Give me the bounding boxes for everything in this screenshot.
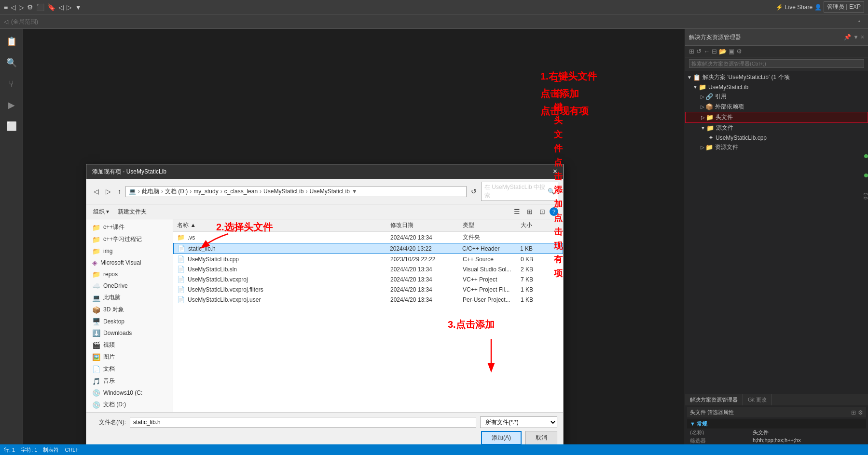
tree-project[interactable]: ▼ 📁 UseMyStaticLib	[685, 82, 868, 92]
tree-header-files[interactable]: ▷ 📁 头文件	[685, 112, 868, 123]
sidebar-item-ms-visual[interactable]: ◈ Microsoft Visual	[86, 257, 173, 268]
se-close-icon[interactable]: ×	[861, 34, 864, 40]
se-tool-3[interactable]: ←	[703, 48, 710, 55]
global-search-input[interactable]	[11, 18, 854, 25]
prop-icon-2[interactable]: ⚙	[858, 409, 863, 416]
col-size[interactable]: 大小	[521, 221, 559, 229]
tree-source-files[interactable]: ▼ 📁 源文件	[685, 123, 868, 133]
col-date[interactable]: 修改日期	[390, 221, 463, 229]
dialog-sidebar: 📁 c++课件 📁 c++学习过程记 📁 img ◈ Microsoft Vis…	[86, 219, 173, 412]
sidebar-item-music[interactable]: 🎵 音乐	[86, 375, 173, 387]
se-arrow-icon[interactable]: ▼	[853, 34, 859, 40]
prop-icon-1[interactable]: ⊞	[851, 409, 856, 416]
ref-arrow: ▷	[701, 94, 704, 99]
toolbar-icon-7[interactable]: ◁	[58, 3, 64, 11]
sidebar-item-repos[interactable]: 📁 repos	[86, 268, 173, 280]
toolbar-icon-5[interactable]: ⬛	[36, 3, 44, 11]
sidebar-item-videos[interactable]: 🎬 视频	[86, 339, 173, 351]
res-folder-icon: 📁	[705, 144, 713, 151]
sidebar-item-disk-d[interactable]: 💿 文档 (D:)	[86, 399, 173, 411]
back-arrow-icon[interactable]: ◁	[4, 18, 8, 25]
tree-solution[interactable]: ▼ 📋 解决方案 'UseMyStaticLib' (1 个项	[685, 72, 868, 82]
tree-resource-files[interactable]: ▷ 📁 资源文件	[685, 142, 868, 152]
vertical-label: 0.0	[863, 193, 868, 200]
sidebar-item-cppkejian[interactable]: 📁 c++课件	[86, 221, 173, 233]
activity-git[interactable]: ⑂	[3, 75, 20, 93]
help-button[interactable]: ?	[550, 207, 558, 216]
view-list-button[interactable]: ☰	[511, 206, 523, 217]
activity-explorer[interactable]: 📋	[3, 33, 20, 50]
cancel-button[interactable]: 取消	[525, 431, 557, 445]
nav-up-button[interactable]: ↑	[115, 186, 124, 197]
sidebar-item-cpplearn[interactable]: 📁 c++学习过程记	[86, 233, 173, 245]
organize-button[interactable]: 组织 ▾	[91, 207, 111, 217]
filename-input[interactable]	[130, 417, 476, 428]
se-search-input[interactable]	[689, 59, 864, 68]
sidebar-item-docs[interactable]: 📄 文档	[86, 363, 173, 375]
activity-debug[interactable]: ▶	[3, 96, 20, 114]
file-row-usemystatic-filters[interactable]: 📄UseMyStaticLib.vcxproj.filters 2024/4/2…	[173, 284, 563, 294]
file-row-static-lib-h[interactable]: 📄static_lib.h 2024/4/20 13:22 C/C++ Head…	[173, 243, 563, 254]
nav-refresh-button[interactable]: ↺	[468, 186, 479, 197]
toolbar-icon-9[interactable]: ▼	[75, 3, 82, 11]
sidebar-item-thispc[interactable]: 💻 此电脑	[86, 292, 173, 304]
view-tiles-button[interactable]: ⊡	[537, 206, 548, 217]
sidebar-item-desktop[interactable]: 🖥️ Desktop	[86, 316, 173, 327]
activity-extensions[interactable]: ⬜	[3, 118, 20, 135]
col-name[interactable]: 名称 ▲	[177, 221, 390, 229]
dialog-buttons: 添加(A) 取消	[92, 431, 557, 445]
sln-icon: 📄	[177, 266, 185, 273]
se-tool-2[interactable]: ↺	[696, 48, 702, 55]
sidebar-item-pictures[interactable]: 🖼️ 图片	[86, 351, 173, 363]
file-row-usemystatic-cpp[interactable]: 📄UseMyStaticLib.cpp 2023/10/29 22:22 C++…	[173, 254, 563, 264]
col-type[interactable]: 类型	[463, 221, 521, 229]
dialog-search-box[interactable]: 在 UseMyStaticLib 中搜索 🔍	[481, 182, 558, 201]
live-share-button[interactable]: ⚡ Live Share 👤	[776, 4, 822, 11]
dialog-close-button[interactable]: ×	[553, 167, 557, 176]
tree-references[interactable]: ▷ 🔗 引用	[685, 92, 868, 102]
file-row-vs[interactable]: 📁.vs 2024/4/20 13:34 文件夹	[173, 232, 563, 243]
nav-forward-button[interactable]: ▷	[103, 186, 113, 197]
sidebar-item-win10[interactable]: 💿 Windows10 (C:	[86, 387, 173, 399]
live-share-icon: ⚡	[776, 4, 783, 11]
toolbar-icon-8[interactable]: ▷	[67, 3, 72, 11]
toolbar-icon-6[interactable]: 🔖	[47, 3, 55, 11]
sidebar-item-3d[interactable]: 📦 3D 对象	[86, 304, 173, 316]
breadcrumb-bar[interactable]: 💻 › 此电脑 › 文档 (D:) › my_study › c_class_l…	[125, 186, 467, 197]
sidebar-item-onedrive[interactable]: ☁️ OneDrive	[86, 280, 173, 292]
sidebar-item-downloads[interactable]: ⬇️ Downloads	[86, 327, 173, 339]
file-row-usemystatic-vcxproj[interactable]: 📄UseMyStaticLib.vcxproj 2024/4/20 13:34 …	[173, 274, 563, 284]
file-row-usemystatic-sln[interactable]: 📄UseMyStaticLib.sln 2024/4/20 13:34 Visu…	[173, 264, 563, 274]
filename-label: 文件名(N):	[92, 418, 126, 427]
tree-external-deps[interactable]: ▷ 📦 外部依赖项	[685, 102, 868, 112]
toolbar-icon-2[interactable]: ◁	[11, 3, 16, 11]
toolbar-icon-4[interactable]: ⚙	[27, 3, 33, 11]
dialog-title: 添加现有项 - UseMyStaticLib	[92, 168, 166, 176]
se-tool-5[interactable]: 📂	[719, 48, 727, 55]
toolbar-icon-3[interactable]: ▷	[19, 3, 24, 11]
admin-button[interactable]: 管理员 | EXP	[824, 1, 864, 13]
add-button[interactable]: 添加(A)	[481, 431, 522, 445]
sidebar-item-img[interactable]: 📁 img	[86, 245, 173, 257]
breadcrumb-part-5: UseMyStaticLib	[263, 188, 303, 195]
ext-arrow: ▷	[701, 104, 704, 109]
cpp-icon: 📄	[177, 255, 185, 263]
nav-back-button[interactable]: ◁	[91, 186, 101, 197]
view-details-button[interactable]: ⊞	[524, 206, 535, 217]
file-row-usemystatic-user[interactable]: 📄UseMyStaticLib.vcxproj.user 2024/4/20 1…	[173, 294, 563, 305]
vcxproj-icon: 📄	[177, 276, 185, 283]
tree-usemystatic-cpp[interactable]: ✦ UseMyStaticLib.cpp	[685, 133, 868, 142]
se-pin-icon[interactable]: 📌	[844, 34, 851, 40]
se-tab-explorer[interactable]: 解决方案资源管理器	[685, 394, 743, 405]
se-tool-1[interactable]: ⊞	[689, 48, 694, 55]
filetype-select[interactable]: 所有文件(*.*)	[480, 416, 557, 428]
se-tool-7[interactable]: ⚙	[736, 48, 742, 55]
disk-icon: 💿	[92, 389, 100, 397]
se-tool-6[interactable]: ▣	[729, 48, 734, 55]
new-folder-button[interactable]: 新建文件夹	[115, 207, 150, 217]
activity-search[interactable]: 🔍	[3, 54, 20, 71]
source-folder-icon: 📁	[706, 124, 714, 132]
se-tool-4[interactable]: ⊟	[712, 48, 717, 55]
se-tab-git[interactable]: Git 更改	[743, 394, 772, 405]
toolbar-icon-1[interactable]: ≡	[4, 3, 8, 11]
